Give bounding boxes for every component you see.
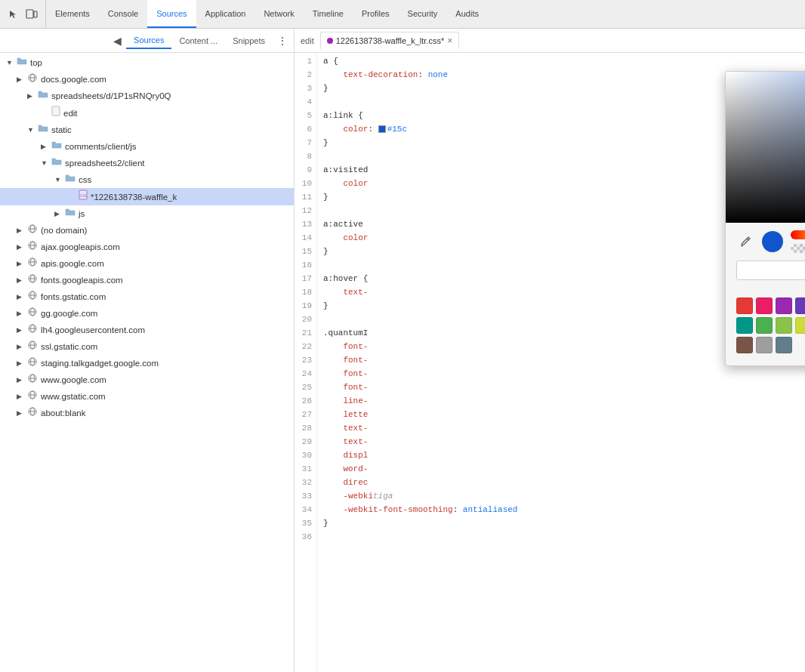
line-number: 11 [295, 190, 312, 204]
code-line: text- [323, 435, 805, 449]
tab-console[interactable]: Console [99, 0, 147, 28]
tree-label-fontsgstatic: fonts.gstatic.com [41, 290, 106, 304]
line-number: 15 [295, 245, 312, 258]
tree-item-spreadsheets[interactable]: ▶spreadsheets/d/1P1sRNQry0Q [0, 88, 294, 104]
tab-audits[interactable]: Audits [446, 0, 488, 28]
hue-slider[interactable] [791, 230, 805, 239]
color-swatch[interactable] [756, 317, 773, 334]
tree-arrow-js: ▶ [54, 207, 65, 220]
cursor-icon[interactable] [6, 7, 21, 22]
folder-icon [51, 156, 62, 170]
eyedropper-btn[interactable] [736, 233, 754, 251]
color-swatch[interactable] [756, 337, 773, 353]
tree-item-comments[interactable]: ▶comments/client/js [0, 138, 294, 155]
domain-icon [27, 290, 38, 304]
color-swatch[interactable] [795, 317, 805, 334]
code-line: a { [323, 54, 805, 68]
color-swatch[interactable] [736, 337, 753, 353]
tree-item-ssl[interactable]: ▶ssl.gstatic.com [0, 338, 294, 355]
alpha-slider[interactable] [791, 244, 805, 253]
tree-item-staging[interactable]: ▶staging.talkgadget.google.com [0, 355, 294, 371]
sub-tab-sources[interactable]: Sources [126, 32, 171, 49]
tab-profiles[interactable]: Profiles [353, 0, 399, 28]
color-swatch[interactable] [736, 297, 753, 314]
color-swatch[interactable] [776, 337, 792, 353]
sidebar-collapse-btn[interactable]: ◀ [109, 33, 126, 48]
tree-item-gg[interactable]: ▶gg.google.com [0, 305, 294, 322]
color-swatch[interactable] [776, 297, 792, 314]
tree-arrow-css: ▼ [54, 173, 65, 186]
code-line: font- [323, 381, 805, 394]
tab-application[interactable]: Application [196, 0, 255, 28]
line-number: 5 [295, 109, 312, 122]
tree-arrow-www: ▶ [17, 373, 27, 387]
hex-area: HEX ▲ ▼ [726, 256, 805, 294]
tree-item-www[interactable]: ▶www.google.com [0, 371, 294, 388]
code-line [323, 530, 805, 544]
tree-label-js: js [79, 207, 85, 220]
color-swatch[interactable] [736, 317, 753, 334]
tree-arrow-wwwgstatic: ▶ [17, 390, 27, 403]
tree-item-ajax[interactable]: ▶ajax.googleapis.com [0, 239, 294, 255]
tab-network[interactable]: Network [254, 0, 303, 28]
nav-icons [0, 0, 46, 28]
line-number: 16 [295, 258, 312, 272]
device-icon[interactable] [24, 7, 39, 22]
tree-item-nodomain[interactable]: ▶(no domain) [0, 222, 294, 239]
color-swatch[interactable] [776, 317, 792, 334]
color-swatch-inline[interactable] [378, 125, 386, 133]
hex-input[interactable] [736, 260, 805, 280]
tree-arrow-nodomain: ▶ [17, 223, 27, 237]
code-line: direc [323, 476, 805, 489]
tree-item-edit[interactable]: edit [0, 104, 294, 122]
tree-arrow-spreadsheets: ▶ [27, 89, 38, 103]
line-number: 18 [295, 285, 312, 299]
tree-label-top: top [30, 56, 42, 69]
tree-item-js[interactable]: ▶js [0, 205, 294, 222]
code-line: word- [323, 462, 805, 476]
tree-item-apis[interactable]: ▶apis.google.com [0, 255, 294, 272]
tab-elements[interactable]: Elements [46, 0, 99, 28]
swatches-grid [736, 297, 805, 353]
tree-item-spreadsheets2[interactable]: ▼spreadsheets2/client [0, 155, 294, 171]
domain-icon [27, 390, 38, 403]
svg-point-44 [741, 245, 743, 247]
tab-sources[interactable]: Sources [147, 0, 196, 28]
color-swatch[interactable] [756, 297, 773, 314]
code-line: lette [323, 408, 805, 421]
tree-item-lh4[interactable]: ▶lh4.googleusercontent.com [0, 322, 294, 338]
editor-active-tab[interactable]: 1226138738-waffle_k_ltr.css* × [320, 32, 460, 49]
color-gradient[interactable] [726, 72, 805, 223]
sliders-area [791, 230, 805, 253]
alpha-overlay [791, 244, 805, 253]
tree-item-fontsgstatic[interactable]: ▶fonts.gstatic.com [0, 288, 294, 305]
code-line: } [323, 516, 805, 530]
tab-security[interactable]: Security [399, 0, 447, 28]
tab-timeline[interactable]: Timeline [304, 0, 353, 28]
tab-modified-dot [327, 38, 333, 44]
code-line: text- [323, 421, 805, 435]
editor-panel: edit 1226138738-waffle_k_ltr.css* × 1234… [295, 29, 805, 672]
tree-arrow-gg: ▶ [17, 307, 27, 320]
tree-item-css[interactable]: ▼css [0, 171, 294, 188]
color-swatch[interactable] [795, 297, 805, 314]
tree-item-wwwgstatic[interactable]: ▶www.gstatic.com [0, 388, 294, 405]
tree-arrow-apis: ▶ [17, 257, 27, 270]
tree-item-waffle_css[interactable]: CSS*1226138738-waffle_k [0, 188, 294, 205]
picker-controls [726, 223, 805, 256]
tree-item-docs[interactable]: ▶docs.google.com [0, 71, 294, 88]
tree-label-staging: staging.talkgadget.google.com [41, 356, 159, 370]
tree-item-fontsapis[interactable]: ▶fonts.googleapis.com [0, 272, 294, 288]
tree-item-top[interactable]: ▼top [0, 54, 294, 71]
line-number: 7 [295, 136, 312, 150]
top-nav: Elements Console Sources Application Net… [0, 0, 805, 29]
sub-tab-snippets[interactable]: Snippets [225, 33, 273, 48]
sub-tab-more-btn[interactable]: ⋮ [274, 33, 291, 48]
folder-icon [51, 140, 62, 153]
file-icon [51, 106, 60, 120]
tree-item-about[interactable]: ▶about:blank [0, 405, 294, 421]
hex-label: HEX [736, 282, 805, 290]
tab-close-btn[interactable]: × [447, 35, 452, 46]
tree-item-static[interactable]: ▼static [0, 122, 294, 138]
sub-tab-content[interactable]: Content ... [171, 33, 225, 48]
